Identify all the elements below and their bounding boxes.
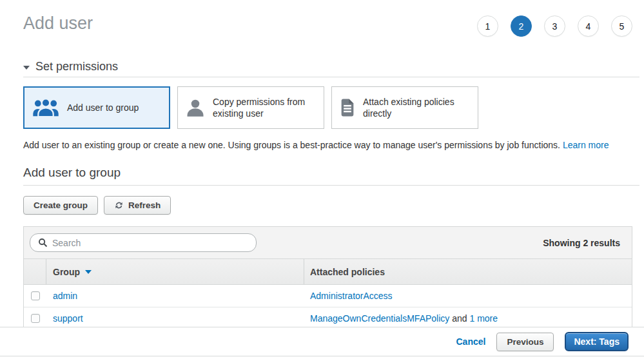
header-checkbox-cell	[24, 259, 46, 284]
policy-link[interactable]: ManageOwnCredentialsMFAPolicy	[310, 313, 449, 324]
card-label: Copy permissions from existing user	[213, 96, 316, 119]
results-count: Showing 2 results	[543, 238, 626, 248]
column-header-group[interactable]: Group	[46, 259, 304, 284]
set-permissions-title: Set permissions	[35, 60, 118, 73]
group-link[interactable]: admin	[53, 291, 77, 301]
sort-desc-icon	[85, 270, 92, 274]
section-description: Add user to an existing group or create …	[23, 140, 632, 150]
learn-more-link[interactable]: Learn more	[563, 140, 609, 150]
previous-button[interactable]: Previous	[496, 333, 554, 351]
search-icon	[38, 238, 48, 247]
group-column-label: Group	[53, 267, 80, 277]
step-2-current: 2	[511, 15, 532, 37]
search-box	[30, 233, 257, 252]
search-input[interactable]	[52, 238, 248, 248]
refresh-button[interactable]: Refresh	[104, 196, 171, 215]
policy-connector: and	[452, 313, 467, 324]
step-5: 5	[611, 15, 632, 37]
table-row: admin AdministratorAccess	[24, 285, 632, 307]
permission-option-cards: Add user to group Copy permissions from …	[23, 86, 632, 129]
page-title: Add user	[23, 13, 93, 34]
document-icon	[340, 99, 355, 117]
set-permissions-section-header[interactable]: Set permissions	[23, 60, 639, 77]
option-attach-policies[interactable]: Attach existing policies directly	[331, 86, 478, 129]
user-icon	[186, 98, 205, 117]
more-policies-link[interactable]: 1 more	[469, 313, 498, 324]
description-text: Add user to an existing group or create …	[23, 140, 560, 150]
option-copy-permissions[interactable]: Copy permissions from existing user	[177, 86, 324, 129]
row-checkbox[interactable]	[31, 314, 40, 323]
refresh-label: Refresh	[128, 200, 161, 210]
collapse-caret-icon	[23, 66, 30, 70]
refresh-icon	[114, 200, 124, 210]
wizard-step-indicator: 1 2 3 4 5	[477, 15, 632, 37]
wizard-header: Add user 1 2 3 4 5	[23, 0, 632, 37]
group-link[interactable]: support	[53, 313, 83, 324]
add-user-wizard: Add user 1 2 3 4 5 Set permissions	[0, 0, 644, 329]
column-header-attached-policies: Attached policies	[304, 267, 632, 277]
table-header-row: Group Attached policies	[24, 258, 632, 285]
step-4: 4	[578, 15, 599, 37]
step-1: 1	[477, 15, 498, 37]
step-3: 3	[544, 15, 565, 37]
next-tags-button[interactable]: Next: Tags	[565, 332, 629, 351]
wizard-footer: Cancel Previous Next: Tags	[0, 327, 644, 356]
table-actions: Create group Refresh	[23, 196, 632, 215]
cancel-link[interactable]: Cancel	[456, 336, 486, 347]
row-checkbox[interactable]	[31, 291, 40, 300]
card-label: Add user to group	[67, 102, 139, 113]
group-icon	[32, 98, 59, 117]
create-group-button[interactable]: Create group	[23, 196, 98, 215]
groups-table: Showing 2 results Group Attached policie…	[23, 226, 632, 329]
table-row: support ManageOwnCredentialsMFAPolicy an…	[24, 307, 632, 329]
policy-link[interactable]: AdministratorAccess	[310, 291, 393, 301]
table-toolbar: Showing 2 results	[24, 227, 632, 258]
add-user-to-group-heading: Add user to group	[23, 166, 639, 186]
card-label: Attach existing policies directly	[363, 96, 470, 119]
option-add-user-to-group[interactable]: Add user to group	[23, 86, 170, 129]
